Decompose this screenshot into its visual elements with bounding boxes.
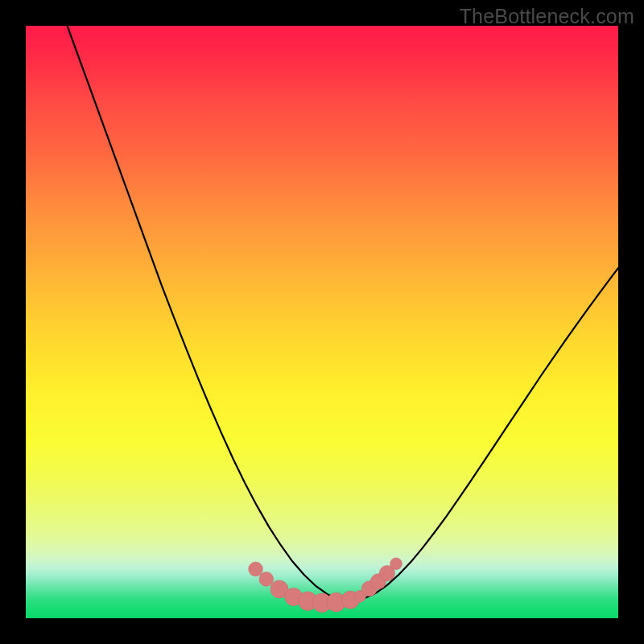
bottleneck-curve	[68, 26, 618, 601]
data-point-marker	[390, 558, 402, 570]
bottleneck-chart-svg	[26, 26, 618, 618]
plot-area	[26, 26, 618, 618]
watermark-text: TheBottleneck.com	[460, 5, 634, 28]
data-point-marker	[249, 562, 263, 576]
chart-frame: TheBottleneck.com	[0, 0, 644, 644]
data-point-marker	[259, 572, 274, 587]
marker-group	[249, 558, 402, 613]
